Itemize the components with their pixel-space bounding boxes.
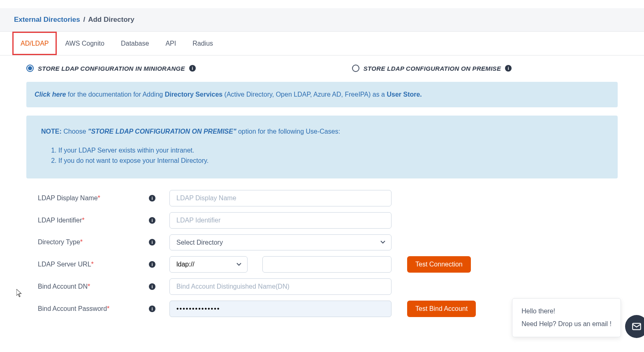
breadcrumb-current: Add Directory — [88, 16, 134, 23]
chat-popup[interactable]: Hello there! Need Help? Drop us an email… — [512, 298, 621, 337]
tabs: AD/LDAP AWS Cognito Database API Radius — [0, 32, 644, 56]
info-icon[interactable]: i — [149, 239, 155, 245]
page-header: External Directories / Add Directory — [0, 8, 644, 32]
breadcrumb-sep: / — [83, 16, 85, 23]
row-identifier: LDAP Identifier* i — [26, 212, 618, 229]
tab-radius[interactable]: Radius — [184, 32, 221, 55]
input-bind-pwd[interactable] — [169, 301, 391, 317]
info-icon[interactable]: i — [149, 283, 155, 290]
note-item: If you do not want to expose your Intern… — [58, 155, 603, 166]
input-bind-dn[interactable] — [169, 278, 391, 295]
note-item: If your LDAP Server exists within your i… — [58, 145, 603, 156]
tab-api[interactable]: API — [157, 32, 184, 55]
info-icon[interactable]: i — [149, 195, 155, 201]
alert-bold: User Store. — [387, 91, 422, 98]
chat-line2: Need Help? Drop us an email ! — [521, 318, 612, 330]
test-connection-button[interactable]: Test Connection — [407, 256, 471, 273]
row-dir-type: Directory Type* i Select Directory — [26, 234, 618, 250]
info-icon[interactable]: i — [149, 306, 155, 312]
label-server-url: LDAP Server URL* — [38, 261, 149, 268]
radio-miniorange-label: STORE LDAP CONFIGURATION IN MINIORANGE — [38, 65, 185, 72]
row-display-name: LDAP Display Name* i — [26, 190, 618, 206]
tab-database[interactable]: Database — [113, 32, 158, 55]
info-icon[interactable]: i — [149, 217, 155, 224]
input-display-name[interactable] — [169, 190, 391, 206]
cursor-icon — [16, 289, 23, 299]
note-label: NOTE: — [41, 128, 62, 135]
select-protocol[interactable]: ldap:// — [169, 256, 248, 273]
radio-onpremise-label: STORE LDAP CONFIGURATION ON PREMISE — [364, 65, 501, 72]
note-box: NOTE: Choose "STORE LDAP CONFIGURATION O… — [26, 116, 618, 178]
content: STORE LDAP CONFIGURATION IN MINIORANGE i… — [0, 56, 644, 339]
note-text: option for the following Use-Cases: — [236, 128, 341, 135]
alert-text: for the documentation for Adding — [66, 91, 164, 98]
radio-selected-icon — [26, 65, 34, 72]
label-bind-dn: Bind Account DN* — [38, 283, 149, 290]
info-icon[interactable]: i — [505, 65, 512, 72]
breadcrumb: External Directories / Add Directory — [14, 16, 630, 24]
alert-text: (Active Directory, Open LDAP, Azure AD, … — [222, 91, 387, 98]
select-dir-type[interactable]: Select Directory — [169, 234, 391, 250]
label-dir-type: Directory Type* — [38, 239, 149, 246]
breadcrumb-link[interactable]: External Directories — [14, 16, 80, 23]
note-quoted: "STORE LDAP CONFIGURATION ON PREMISE" — [88, 128, 236, 135]
info-icon[interactable]: i — [149, 261, 155, 268]
info-icon[interactable]: i — [189, 65, 196, 72]
input-server-url[interactable] — [262, 256, 391, 273]
row-server-url: LDAP Server URL* i ldap:// Test Connecti… — [26, 256, 618, 273]
radio-row: STORE LDAP CONFIGURATION IN MINIORANGE i… — [26, 65, 618, 72]
input-identifier[interactable] — [169, 212, 391, 229]
radio-miniorange[interactable]: STORE LDAP CONFIGURATION IN MINIORANGE i — [26, 65, 196, 72]
chat-line1: Hello there! — [521, 305, 612, 317]
test-bind-button[interactable]: Test Bind Account — [407, 301, 476, 317]
radio-onpremise[interactable]: STORE LDAP CONFIGURATION ON PREMISE i — [352, 65, 512, 72]
click-here-link[interactable]: Click here — [35, 91, 66, 98]
row-bind-dn: Bind Account DN* i — [26, 278, 618, 295]
radio-unselected-icon — [352, 65, 359, 72]
tab-aws-cognito[interactable]: AWS Cognito — [57, 32, 112, 55]
alert-bold: Directory Services — [165, 91, 223, 98]
label-display-name: LDAP Display Name* — [38, 195, 149, 202]
note-list: If your LDAP Server exists within your i… — [58, 145, 603, 166]
doc-alert: Click here for the documentation for Add… — [26, 82, 618, 107]
mail-icon — [631, 321, 642, 332]
tab-adldap[interactable]: AD/LDAP — [12, 32, 57, 55]
label-identifier: LDAP Identifier* — [38, 217, 149, 224]
label-bind-pwd: Bind Account Password* — [38, 305, 149, 313]
note-text: Choose — [62, 128, 88, 135]
